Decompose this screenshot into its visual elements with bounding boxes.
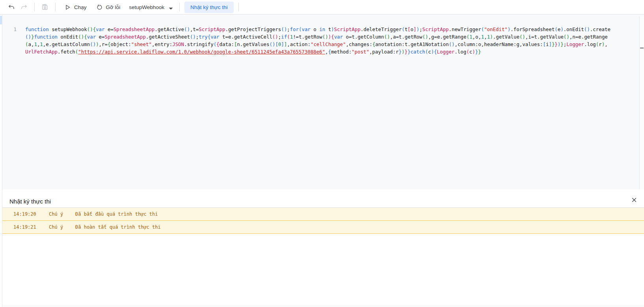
- save-button[interactable]: [39, 2, 50, 13]
- debug-button[interactable]: Gỡ lỗi: [91, 2, 125, 13]
- log-row: 14:19:21Chú ýĐã hoàn tất quá trình thực …: [2, 221, 644, 234]
- code-line[interactable]: function setupWebhook(){var e=Spreadshee…: [25, 26, 616, 33]
- code-line[interactable]: UrlFetchApp.fetch("https://api.service.l…: [25, 48, 616, 55]
- debug-label: Gỡ lỗi: [106, 4, 121, 10]
- log-rows: 14:19:20Chú ýĐã bắt đầu quá trình thực t…: [2, 208, 644, 234]
- rail-selected-indicator: [0, 16, 2, 24]
- execution-log-header: Nhật ký thực thi: [2, 190, 644, 208]
- execution-log-button[interactable]: Nhật ký thực thi: [184, 2, 234, 13]
- save-icon: [41, 4, 48, 11]
- editor-toolbar: Chạy Gỡ lỗi setupWebhook Nhật ký thực th…: [0, 0, 644, 15]
- code-line[interactable]: ()}function onEdit(){var e=SpreadsheetAp…: [25, 33, 616, 41]
- toolbar-divider: [34, 3, 35, 11]
- execution-log-panel: Nhật ký thực thi 14:19:20Chú ýĐã bắt đầu…: [2, 190, 644, 305]
- run-icon: [64, 4, 71, 11]
- apps-script-editor: Chạy Gỡ lỗi setupWebhook Nhật ký thực th…: [0, 0, 644, 307]
- line-number-gutter: 1: [2, 26, 17, 33]
- code-editor[interactable]: 1 function setupWebhook(){var e=Spreadsh…: [2, 15, 644, 189]
- redo-button[interactable]: [19, 2, 30, 13]
- cursor-position-mark: [640, 48, 644, 48]
- undo-button[interactable]: [6, 2, 17, 13]
- run-label: Chạy: [74, 4, 87, 10]
- function-selector[interactable]: setupWebhook: [125, 2, 175, 13]
- close-panel-button[interactable]: [630, 196, 638, 204]
- log-level: Chú ý: [49, 224, 75, 230]
- log-row: 14:19:20Chú ýĐã bắt đầu quá trình thực t…: [2, 208, 644, 221]
- toolbar-divider: [238, 3, 239, 11]
- bottom-edge-strip: [2, 305, 644, 307]
- chevron-down-icon: [168, 5, 171, 9]
- log-time: 14:19:21: [13, 224, 49, 230]
- log-message: Đã hoàn tất quá trình thực thi: [75, 224, 644, 230]
- toolbar-divider: [55, 3, 56, 11]
- log-time: 14:19:20: [13, 211, 49, 217]
- log-level: Chú ý: [49, 211, 75, 217]
- code-area[interactable]: function setupWebhook(){var e=Spreadshee…: [25, 26, 616, 55]
- undo-icon: [8, 4, 15, 11]
- panel-title: Nhật ký thực thi: [9, 198, 51, 205]
- run-button[interactable]: Chạy: [60, 2, 91, 13]
- code-line[interactable]: (a,1,1,e.getLastColumn()),r={object:"she…: [25, 41, 616, 48]
- toolbar-divider: [179, 3, 180, 11]
- close-icon: [631, 196, 638, 203]
- line-number: 1: [2, 26, 17, 33]
- redo-icon: [20, 4, 28, 11]
- function-selector-value: setupWebhook: [129, 4, 164, 10]
- overview-ruler[interactable]: [639, 17, 644, 189]
- debug-icon: [96, 4, 103, 11]
- log-message: Đã bắt đầu quá trình thực thi: [75, 211, 644, 217]
